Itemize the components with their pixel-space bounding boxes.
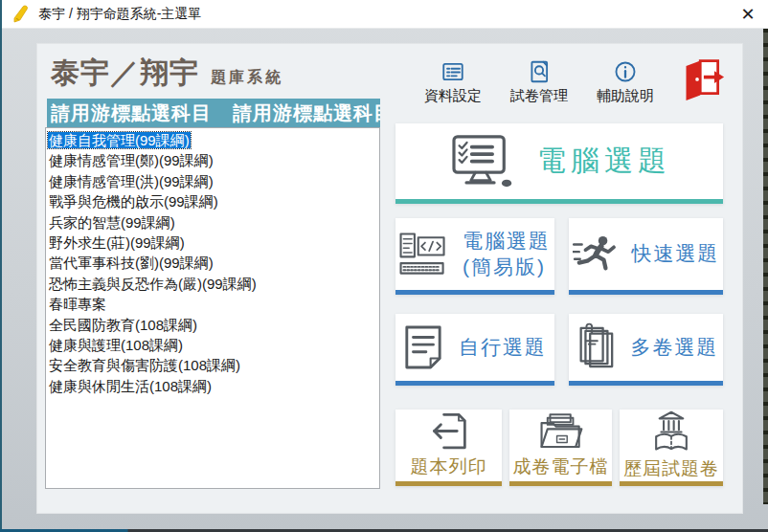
print-page-arrow-icon bbox=[428, 412, 470, 451]
background-right-strip bbox=[763, 29, 768, 504]
subject-list-item[interactable]: 健康與休閒生活(108課綱) bbox=[48, 376, 379, 396]
self-select-button[interactable]: 自行選題 bbox=[395, 314, 554, 386]
exam-management-icon bbox=[527, 59, 552, 84]
logo-sub-text: 題庫系統 bbox=[211, 68, 283, 88]
subject-list-item[interactable]: 健康自我管理(99課綱) bbox=[48, 130, 379, 150]
computer-select-simple-label: 電腦選題(簡易版) bbox=[463, 229, 551, 279]
past-exams-label: 歷屆試題卷 bbox=[623, 456, 719, 481]
menu-item-label: 輔助說明 bbox=[597, 87, 654, 105]
computer-select-label: 電腦選題 bbox=[537, 142, 671, 181]
running-person-icon bbox=[573, 235, 617, 274]
title-bar: 泰宇 / 翔宇命題系統-主選單 ✕ bbox=[0, 0, 768, 29]
subject-list-item[interactable]: 健康與護理(108課綱) bbox=[48, 335, 379, 355]
subject-list-item[interactable]: 健康情感管理(洪)(99課綱) bbox=[48, 171, 379, 191]
pc-keyboard-icon bbox=[399, 233, 447, 276]
computer-select-button[interactable]: 電腦選題 bbox=[395, 123, 723, 204]
close-button[interactable]: ✕ bbox=[734, 0, 762, 29]
list-header-text-right: 請用游標點選科目 bbox=[233, 100, 380, 126]
print-booklet-button[interactable]: 題本列印 bbox=[395, 410, 502, 486]
window-title: 泰宇 / 翔宇命題系統-主選單 bbox=[38, 6, 201, 23]
subject-list-item[interactable]: 安全教育與傷害防護(108課綱) bbox=[48, 355, 379, 375]
subject-list-item[interactable]: 兵家的智慧(99課綱) bbox=[48, 212, 379, 233]
subject-list-item[interactable]: 恐怖主義與反恐作為(嚴)(99課綱) bbox=[48, 274, 379, 294]
multi-paper-select-label: 多卷選題 bbox=[631, 335, 719, 360]
efile-label: 成卷電子檔 bbox=[513, 454, 609, 479]
main-panel: 泰宇／翔宇 題庫系統 資料設定 試卷管理 bbox=[36, 43, 743, 514]
multi-paper-select-button[interactable]: 多卷選題 bbox=[569, 314, 723, 386]
help-icon bbox=[613, 59, 638, 84]
self-select-label: 自行選題 bbox=[459, 335, 547, 360]
menu-item-exam-management[interactable]: 試卷管理 bbox=[507, 59, 572, 105]
efile-button[interactable]: 成卷電子檔 bbox=[509, 410, 612, 486]
menu-item-label: 資料設定 bbox=[424, 87, 482, 105]
document-icon bbox=[403, 324, 443, 370]
menu-item-label: 試卷管理 bbox=[510, 87, 568, 105]
subject-list: 健康自我管理(99課綱) 健康情感管理(鄭)(99課綱) 健康情感管理(洪)(9… bbox=[45, 127, 380, 489]
stacked-papers-icon bbox=[574, 322, 616, 372]
quick-select-button[interactable]: 快速選題 bbox=[569, 218, 723, 295]
subject-list-item[interactable]: 戰爭與危機的啟示(99課綱) bbox=[48, 191, 379, 211]
exit-button[interactable] bbox=[681, 55, 725, 101]
app-logo: 泰宇／翔宇 題庫系統 bbox=[51, 54, 283, 93]
subject-list-header: 請用游標點選科目 請用游標點選科目 bbox=[47, 99, 380, 127]
menu-item-data-settings[interactable]: 資料設定 bbox=[420, 59, 486, 105]
print-booklet-label: 題本列印 bbox=[411, 454, 487, 479]
logo-main-text: 泰宇／翔宇 bbox=[51, 54, 199, 93]
menu-item-help[interactable]: 輔助說明 bbox=[593, 59, 658, 105]
computer-select-simple-button[interactable]: 電腦選題(簡易版) bbox=[395, 218, 554, 295]
subject-list-item[interactable]: 當代軍事科技(劉)(99課綱) bbox=[48, 253, 379, 273]
archive-book-bank-icon bbox=[651, 410, 691, 453]
data-settings-icon bbox=[440, 59, 465, 84]
subject-list-item[interactable]: 春暉專案 bbox=[48, 294, 379, 314]
top-menu: 資料設定 試卷管理 輔助說明 bbox=[420, 59, 658, 105]
list-header-text-left: 請用游標點選科目 bbox=[51, 100, 212, 126]
subject-list-item[interactable]: 健康情感管理(鄭)(99課綱) bbox=[48, 150, 379, 170]
past-exams-button[interactable]: 歷屆試題卷 bbox=[620, 410, 723, 486]
open-folder-icon bbox=[538, 412, 584, 451]
window-left-border bbox=[0, 0, 2, 532]
app-icon bbox=[11, 5, 31, 24]
quick-select-label: 快速選題 bbox=[632, 241, 720, 266]
monitor-checklist-icon bbox=[447, 135, 514, 188]
exit-door-icon bbox=[681, 55, 725, 101]
subject-list-item[interactable]: 全民國防教育(108課綱) bbox=[48, 315, 379, 335]
subject-list-item[interactable]: 野外求生(莊)(99課綱) bbox=[48, 233, 379, 253]
